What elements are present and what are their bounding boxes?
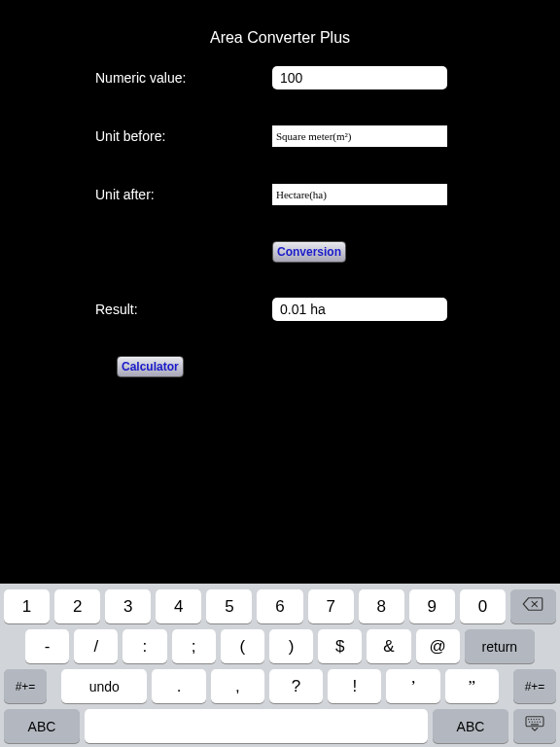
keyboard-row-3: #+= undo . , ? ! ’ ” #+= [4, 669, 556, 703]
numeric-value-input[interactable] [272, 66, 447, 89]
key-colon[interactable]: : [122, 629, 166, 663]
backspace-icon [522, 596, 543, 617]
unit-after-select[interactable]: Hectare(ha) [272, 184, 447, 205]
calculator-row: Calculator [0, 356, 560, 377]
key-at[interactable]: @ [416, 629, 460, 663]
app-area: Area Converter Plus Numeric value: Unit … [0, 0, 560, 584]
key-2[interactable]: 2 [54, 589, 100, 623]
result-output [272, 298, 447, 321]
key-amp[interactable]: & [367, 629, 410, 663]
conversion-button[interactable]: Conversion [272, 241, 346, 263]
key-undo[interactable]: undo [61, 669, 147, 703]
key-abc-right[interactable]: ABC [433, 709, 508, 743]
key-squote[interactable]: ’ [386, 669, 439, 703]
key-7[interactable]: 7 [308, 589, 354, 623]
key-semicolon[interactable]: ; [172, 629, 216, 663]
unit-before-row: Unit before: Square meter(m²) [0, 124, 560, 148]
key-dollar[interactable]: $ [318, 629, 362, 663]
key-symbols-left[interactable]: #+= [4, 669, 47, 703]
unit-before-select[interactable]: Square meter(m²) [272, 125, 447, 147]
page-title: Area Converter Plus [0, 0, 560, 47]
result-row: Result: [0, 298, 560, 321]
numeric-value-label: Numeric value: [0, 70, 272, 86]
key-backspace[interactable] [510, 589, 556, 623]
keyboard-row-2: - / : ; ( ) $ & @ return [4, 629, 556, 663]
converter-form: Numeric value: Unit before: Square meter… [0, 47, 560, 377]
key-abc-left[interactable]: ABC [4, 709, 80, 743]
key-0[interactable]: 0 [460, 589, 506, 623]
key-return[interactable]: return [465, 629, 535, 663]
key-dismiss-keyboard[interactable] [513, 709, 556, 743]
numeric-value-row: Numeric value: [0, 66, 560, 89]
dismiss-keyboard-icon [524, 715, 545, 737]
key-rparen[interactable]: ) [269, 629, 313, 663]
keyboard-row-4: ABC ABC [4, 709, 556, 743]
key-slash[interactable]: / [74, 629, 118, 663]
key-symbols-right[interactable]: #+= [513, 669, 556, 703]
key-5[interactable]: 5 [206, 589, 252, 623]
keyboard: 1 2 3 4 5 6 7 8 9 0 - / : ; ( ) $ & @ re… [0, 584, 560, 747]
unit-after-label: Unit after: [0, 187, 272, 202]
key-dash[interactable]: - [25, 629, 69, 663]
key-question[interactable]: ? [269, 669, 323, 703]
key-1[interactable]: 1 [4, 589, 50, 623]
unit-before-label: Unit before: [0, 128, 272, 144]
key-comma[interactable]: , [211, 669, 264, 703]
key-dquote[interactable]: ” [445, 669, 499, 703]
unit-after-row: Unit after: Hectare(ha) [0, 183, 560, 206]
key-4[interactable]: 4 [156, 589, 201, 623]
key-period[interactable]: . [152, 669, 205, 703]
result-label: Result: [0, 302, 272, 317]
keyboard-row-1: 1 2 3 4 5 6 7 8 9 0 [4, 589, 556, 623]
conversion-row: Conversion [0, 241, 560, 263]
key-3[interactable]: 3 [105, 589, 151, 623]
key-6[interactable]: 6 [257, 589, 302, 623]
calculator-button[interactable]: Calculator [117, 356, 184, 377]
key-exclaim[interactable]: ! [328, 669, 381, 703]
key-space[interactable] [85, 709, 428, 743]
key-8[interactable]: 8 [359, 589, 404, 623]
key-9[interactable]: 9 [409, 589, 455, 623]
key-lparen[interactable]: ( [221, 629, 264, 663]
